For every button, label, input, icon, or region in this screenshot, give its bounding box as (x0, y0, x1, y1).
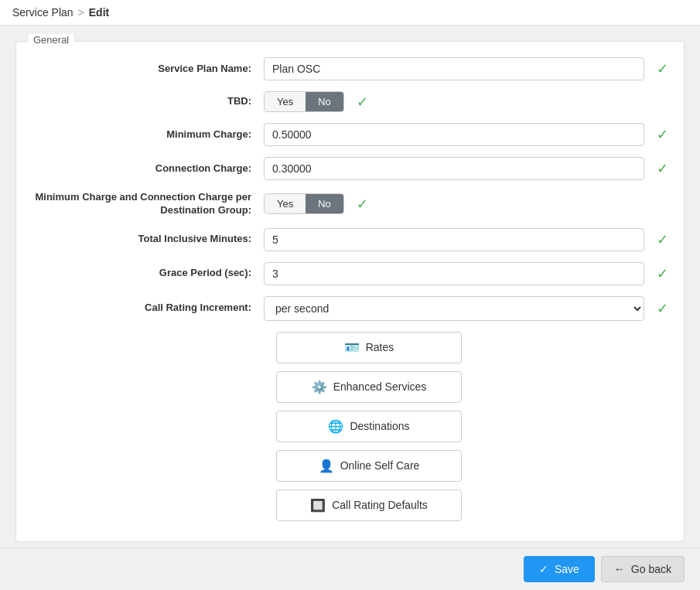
online-self-care-label: Online Self Care (340, 459, 420, 472)
breadcrumb-current: Edit (89, 6, 109, 19)
total-inclusive-label: Total Inclusive Minutes: (32, 233, 264, 246)
call-rating-increment-label: Call Rating Increment: (32, 302, 264, 315)
action-buttons: 🪪 Rates ⚙️ Enhanced Services 🌐 Destinati… (276, 332, 668, 526)
call-rating-increment-wrap: per second per minute per hour ✓ (264, 296, 668, 321)
call-rating-increment-check: ✓ (657, 300, 668, 317)
min-conn-charge-row: Minimum Charge and Connection Charge per… (32, 191, 668, 217)
total-inclusive-row: Total Inclusive Minutes: ✓ (32, 228, 668, 251)
destinations-label: Destinations (350, 420, 409, 432)
minimum-charge-label: Minimum Charge: (32, 128, 264, 142)
min-conn-yes-button[interactable]: Yes (265, 194, 306, 213)
save-check-icon: ✓ (539, 563, 548, 575)
min-conn-charge-label: Minimum Charge and Connection Charge per… (32, 191, 264, 217)
breadcrumb: Service Plan > Edit (0, 0, 700, 26)
destinations-icon: 🌐 (328, 419, 343, 434)
tbd-toggle: Yes No (264, 91, 344, 112)
enhanced-services-label: Enhanced Services (333, 380, 427, 393)
service-plan-name-wrap: ✓ (264, 57, 668, 80)
total-inclusive-input[interactable] (264, 228, 644, 251)
destinations-button[interactable]: 🌐 Destinations (276, 411, 462, 442)
min-conn-no-button[interactable]: No (306, 194, 343, 213)
online-self-care-button[interactable]: 👤 Online Self Care (276, 450, 462, 482)
breadcrumb-separator: > (78, 6, 84, 19)
breadcrumb-parent: Service Plan (12, 6, 73, 19)
connection-charge-input[interactable] (264, 157, 644, 180)
rates-icon: 🪪 (344, 340, 360, 355)
call-rating-defaults-icon: 🔲 (310, 498, 326, 513)
save-button[interactable]: ✓ Save (524, 556, 595, 582)
minimum-charge-check: ✓ (657, 126, 668, 143)
connection-charge-label: Connection Charge: (32, 162, 264, 176)
tbd-label: TBD: (32, 95, 264, 108)
call-rating-increment-select[interactable]: per second per minute per hour (264, 296, 644, 321)
tbd-no-button[interactable]: No (306, 92, 343, 111)
connection-charge-row: Connection Charge: ✓ (32, 157, 668, 180)
grace-period-check: ✓ (657, 265, 668, 282)
call-rating-defaults-button[interactable]: 🔲 Call Rating Defaults (276, 489, 462, 521)
total-inclusive-check: ✓ (657, 231, 668, 248)
tbd-yes-button[interactable]: Yes (265, 92, 306, 111)
panel-legend: General (29, 34, 73, 46)
save-label: Save (555, 563, 579, 575)
tbd-check: ✓ (357, 94, 368, 111)
service-plan-name-label: Service Plan Name: (32, 63, 264, 76)
min-conn-check: ✓ (357, 196, 368, 213)
footer-bar: ✓ Save ← Go back (0, 547, 700, 590)
connection-charge-wrap: ✓ (264, 157, 668, 180)
minimum-charge-input[interactable] (264, 123, 644, 146)
connection-charge-check: ✓ (657, 160, 668, 177)
goback-label: Go back (631, 563, 671, 575)
goback-button[interactable]: ← Go back (601, 556, 685, 582)
enhanced-services-button[interactable]: ⚙️ Enhanced Services (276, 371, 462, 403)
general-panel: General Service Plan Name: ✓ TBD: Yes No… (15, 41, 685, 542)
call-rating-increment-row: Call Rating Increment: per second per mi… (32, 296, 668, 321)
service-plan-name-row: Service Plan Name: ✓ (32, 57, 668, 80)
grace-period-input[interactable] (264, 262, 644, 285)
tbd-row: TBD: Yes No ✓ (32, 91, 668, 112)
goback-arrow-icon: ← (614, 563, 625, 575)
minimum-charge-wrap: ✓ (264, 123, 668, 146)
service-plan-name-input[interactable] (264, 57, 644, 80)
grace-period-label: Grace Period (sec): (32, 267, 264, 280)
online-self-care-icon: 👤 (319, 459, 334, 473)
call-rating-defaults-label: Call Rating Defaults (332, 499, 428, 511)
main-content: General Service Plan Name: ✓ TBD: Yes No… (0, 26, 700, 585)
service-plan-name-check: ✓ (657, 60, 668, 77)
total-inclusive-wrap: ✓ (264, 228, 668, 251)
rates-button[interactable]: 🪪 Rates (276, 332, 462, 363)
grace-period-wrap: ✓ (264, 262, 668, 285)
minimum-charge-row: Minimum Charge: ✓ (32, 123, 668, 146)
min-conn-toggle: Yes No (264, 193, 344, 214)
enhanced-services-icon: ⚙️ (312, 380, 327, 394)
grace-period-row: Grace Period (sec): ✓ (32, 262, 668, 285)
min-conn-charge-wrap: Yes No ✓ (264, 193, 668, 214)
tbd-wrap: Yes No ✓ (264, 91, 668, 112)
rates-label: Rates (366, 341, 394, 353)
